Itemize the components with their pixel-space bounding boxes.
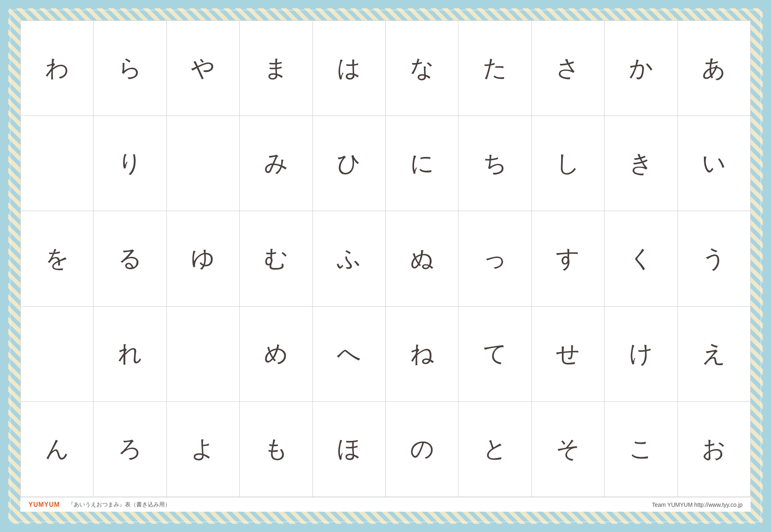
grid-cell: っ <box>459 211 531 306</box>
grid-cell: そ <box>532 402 605 497</box>
grid-cell: や <box>167 21 240 116</box>
grid-cell: み <box>240 116 312 211</box>
grid-cell: の <box>386 402 459 497</box>
grid-cell: お <box>678 402 751 497</box>
grid-cell: さ <box>532 21 605 116</box>
grid-cell: も <box>240 402 312 497</box>
grid-cell: ゆ <box>167 211 240 306</box>
grid-cell: こ <box>605 402 677 497</box>
grid-cell: ひ <box>313 116 386 211</box>
grid-cell: ち <box>459 116 531 211</box>
grid-cell <box>167 116 240 211</box>
grid-cell: ら <box>94 21 166 116</box>
grid-cell: め <box>240 307 312 402</box>
footer: YUMYUM 『あいうえおつまみ』表（書き込み用） Team YUMYUM ht… <box>20 497 751 512</box>
grid-cell: り <box>94 116 166 211</box>
outer-border: わらやまはなたさかありみひにちしきいをるゆむふぬっすくうれめへねてせけえんろよも… <box>8 8 763 524</box>
footer-team: Team YUMYUM http://www.tyy.co.jp <box>652 501 743 508</box>
grid-cell: む <box>240 211 312 306</box>
grid-cell: ね <box>386 307 459 402</box>
grid-cell: せ <box>532 307 605 402</box>
grid-cell: な <box>386 21 459 116</box>
grid-cell: る <box>94 211 166 306</box>
grid-cell: う <box>678 211 751 306</box>
grid-cell: し <box>532 116 605 211</box>
grid-cell: わ <box>21 21 94 116</box>
hiragana-grid: わらやまはなたさかありみひにちしきいをるゆむふぬっすくうれめへねてせけえんろよも… <box>20 20 751 497</box>
grid-cell: ふ <box>313 211 386 306</box>
grid-cell: れ <box>94 307 166 402</box>
grid-cell: た <box>459 21 531 116</box>
grid-cell: す <box>532 211 605 306</box>
grid-cell: よ <box>167 402 240 497</box>
grid-cell: ぬ <box>386 211 459 306</box>
grid-cell: き <box>605 116 677 211</box>
grid-cell: て <box>459 307 531 402</box>
grid-cell: か <box>605 21 677 116</box>
grid-cell: は <box>313 21 386 116</box>
footer-description: 『あいうえおつまみ』表（書き込み用） <box>68 501 170 508</box>
brand-label: YUMYUM <box>28 501 60 508</box>
grid-cell: と <box>459 402 531 497</box>
grid-cell: ま <box>240 21 312 116</box>
grid-cell <box>21 116 94 211</box>
grid-cell: け <box>605 307 677 402</box>
grid-cell <box>167 307 240 402</box>
grid-cell: へ <box>313 307 386 402</box>
grid-cell: え <box>678 307 751 402</box>
grid-cell: ん <box>21 402 94 497</box>
grid-cell: い <box>678 116 751 211</box>
grid-cell: あ <box>678 21 751 116</box>
inner-content: わらやまはなたさかありみひにちしきいをるゆむふぬっすくうれめへねてせけえんろよも… <box>20 20 751 512</box>
grid-cell: ろ <box>94 402 166 497</box>
grid-cell: く <box>605 211 677 306</box>
grid-cell: ほ <box>313 402 386 497</box>
grid-cell: に <box>386 116 459 211</box>
grid-cell <box>21 307 94 402</box>
grid-cell: を <box>21 211 94 306</box>
